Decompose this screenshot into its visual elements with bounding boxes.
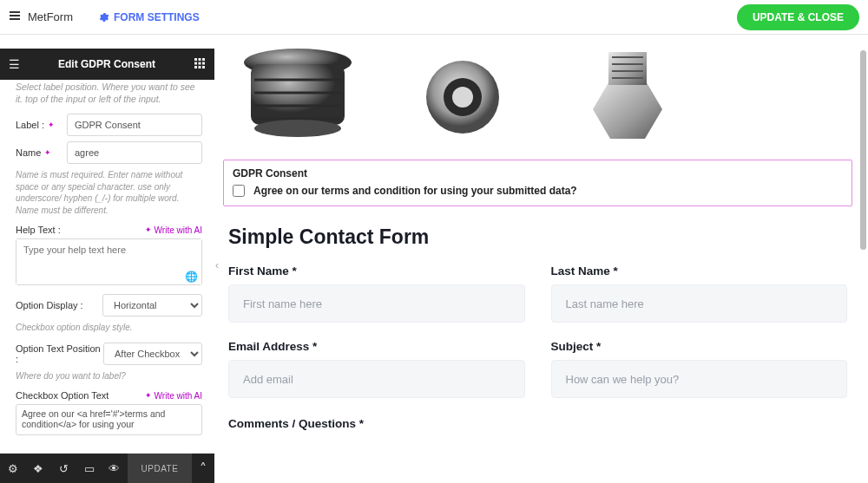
option-textpos-help: Where do you want to label? [16, 370, 202, 382]
product-image-2 [393, 45, 532, 149]
history-icon[interactable]: ↺ [51, 454, 76, 483]
svg-rect-6 [194, 62, 197, 64]
svg-marker-22 [593, 80, 662, 139]
option-textpos-row: Option Text Position : After Checkbox [16, 343, 202, 365]
helptext-label: Help Text : [16, 225, 61, 235]
topbar-left: MetForm FORM SETTINGS [9, 10, 200, 24]
responsive-icon[interactable]: ▭ [76, 454, 102, 483]
svg-rect-7 [198, 62, 201, 64]
helptext-wrap: 🌐 [16, 238, 202, 285]
update-button[interactable]: UPDATE [128, 454, 193, 483]
email-input[interactable] [228, 360, 525, 398]
svg-rect-1 [10, 15, 20, 16]
subject-input[interactable] [551, 360, 848, 398]
subject-field: Subject * [551, 340, 848, 398]
option-textpos-label: Option Text Position : [16, 343, 103, 364]
option-display-row: Option Display : Horizontal [16, 294, 202, 317]
option-display-select[interactable]: Horizontal [102, 294, 202, 317]
form-settings-label: FORM SETTINGS [114, 11, 200, 23]
scrollbar-thumb[interactable] [860, 50, 866, 250]
product-image-3 [558, 45, 697, 149]
label-label: Label :✦ [16, 120, 67, 130]
topbar: MetForm FORM SETTINGS UPDATE & CLOSE [0, 0, 868, 35]
write-with-ai-link[interactable]: Write with AI [145, 225, 202, 235]
brand-logo-icon [9, 10, 21, 24]
comments-label: Comments / Questions * [228, 417, 852, 430]
svg-point-21 [452, 87, 473, 108]
gdpr-consent-widget[interactable]: GDPR Consent Agree on our terms and cond… [223, 160, 852, 206]
helptext-label-row: Help Text : Write with AI [16, 225, 202, 235]
product-image-row [223, 45, 852, 156]
update-close-button[interactable]: UPDATE & CLOSE [737, 4, 859, 30]
preview-icon[interactable]: 👁 [102, 454, 127, 483]
write-with-ai-link-2[interactable]: Write with AI [145, 391, 202, 401]
first-name-input[interactable] [228, 284, 525, 323]
svg-rect-3 [194, 58, 197, 61]
svg-rect-8 [202, 62, 205, 64]
svg-rect-13 [251, 64, 345, 125]
svg-rect-4 [198, 58, 201, 61]
last-name-input[interactable] [551, 284, 848, 323]
label-row: Label :✦ [16, 114, 202, 136]
svg-rect-2 [10, 18, 20, 20]
option-textpos-select[interactable]: After Checkbox [103, 343, 202, 365]
svg-rect-0 [10, 11, 20, 13]
label-input[interactable] [67, 114, 202, 136]
name-label: Name✦ [16, 147, 67, 158]
canvas-scroll[interactable]: GDPR Consent Agree on our terms and cond… [214, 35, 868, 483]
required-icon: ✦ [48, 121, 55, 129]
sidebar-title: Edit GDPR Consent [58, 58, 155, 70]
option-display-label: Option Display : [16, 300, 102, 310]
checkbox-option-label: Checkbox Option Text [16, 390, 108, 401]
last-name-label: Last Name * [551, 264, 848, 277]
gdpr-title: GDPR Consent [233, 167, 843, 179]
svg-rect-11 [202, 66, 205, 69]
first-name-label: First Name * [228, 264, 525, 277]
canvas-inner: GDPR Consent Agree on our terms and cond… [214, 35, 868, 472]
caret-up-icon[interactable]: ˄ [192, 454, 214, 483]
svg-rect-10 [198, 66, 201, 69]
workspace: ☰ Edit GDPR Consent Select label positio… [0, 35, 868, 483]
last-name-field: Last Name * [551, 264, 848, 323]
sidebar-header: ☰ Edit GDPR Consent [0, 49, 214, 80]
gdpr-text: Agree on our terms and condition for usi… [253, 185, 577, 197]
globe-icon[interactable]: 🌐 [185, 271, 198, 283]
grid-icon[interactable] [194, 57, 206, 72]
form-grid: First Name * Last Name * Email Address *… [223, 264, 852, 398]
name-row: Name✦ [16, 141, 202, 164]
canvas: ‹ [214, 35, 868, 483]
option-display-help: Checkbox option display style. [16, 322, 202, 334]
name-help: Name is must required. Enter name withou… [16, 169, 202, 216]
form-settings-button[interactable]: FORM SETTINGS [97, 11, 200, 23]
gear-icon [97, 11, 109, 23]
gdpr-checkbox-row[interactable]: Agree on our terms and condition for usi… [233, 185, 843, 197]
name-input[interactable] [67, 141, 202, 164]
scrollbar-track[interactable] [858, 50, 866, 467]
settings-icon[interactable]: ⚙ [0, 454, 25, 483]
panel-body: Select label position. Where you want to… [0, 80, 214, 454]
menu-icon[interactable]: ☰ [9, 57, 20, 71]
subject-label: Subject * [551, 340, 848, 353]
brand-name: MetForm [28, 10, 73, 23]
svg-rect-5 [202, 58, 205, 61]
product-image-1 [228, 45, 367, 149]
checkbox-option-textarea[interactable]: Agree on our <a href='#'>terms and condi… [16, 404, 202, 435]
svg-rect-9 [194, 66, 197, 69]
layers-icon[interactable]: ❖ [25, 454, 50, 483]
sidebar-bottombar: ⚙ ❖ ↺ ▭ 👁 UPDATE ˄ [0, 454, 214, 483]
first-name-field: First Name * [228, 264, 525, 323]
helptext-textarea[interactable] [16, 239, 201, 284]
label-position-help: Select label position. Where you want to… [16, 82, 202, 105]
svg-point-18 [254, 120, 341, 137]
sidebar-collapse-handle[interactable]: ‹ [211, 253, 223, 277]
email-field: Email Address * [228, 340, 525, 398]
email-label: Email Address * [228, 340, 525, 353]
checkbox-option-label-row: Checkbox Option Text Write with AI [16, 390, 202, 401]
required-icon: ✦ [44, 148, 51, 157]
sidebar: ☰ Edit GDPR Consent Select label positio… [0, 35, 214, 483]
gdpr-checkbox[interactable] [233, 185, 245, 197]
form-title: Simple Contact Form [223, 225, 852, 249]
